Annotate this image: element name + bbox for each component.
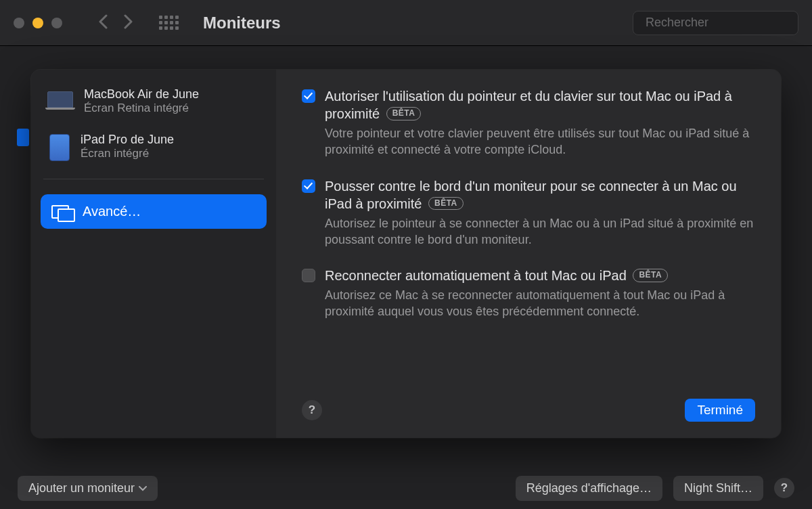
setting-title: Pousser contre le bord d'un moniteur pou… — [325, 177, 755, 213]
add-monitor-label: Ajouter un moniteur — [28, 481, 135, 495]
settings-pane: Autoriser l'utilisation du pointeur et d… — [276, 70, 781, 438]
done-button[interactable]: Terminé — [685, 399, 755, 422]
beta-badge: BÊTA — [428, 197, 464, 211]
tablet-icon — [49, 134, 70, 161]
setting-universal-control: Autoriser l'utilisation du pointeur et d… — [302, 87, 755, 158]
window-controls — [14, 18, 62, 28]
chevron-down-icon — [139, 483, 147, 493]
advanced-settings-modal: MacBook Air de June Écran Retina intégré… — [31, 70, 781, 438]
beta-badge: BÊTA — [633, 269, 668, 282]
advanced-row[interactable]: Avancé… — [41, 194, 267, 229]
laptop-icon — [47, 91, 73, 108]
device-name: MacBook Air de June — [84, 87, 199, 102]
setting-title: Autoriser l'utilisation du pointeur et d… — [325, 87, 755, 123]
display-settings-button[interactable]: Réglages d'affichage… — [516, 476, 662, 501]
device-subtitle: Écran Retina intégré — [84, 102, 199, 115]
checkbox-auto-reconnect[interactable] — [302, 269, 315, 282]
nav-controls — [98, 14, 133, 32]
device-name: iPad Pro de June — [81, 133, 174, 147]
forward-button[interactable] — [124, 14, 133, 32]
modal-help-button[interactable]: ? — [302, 400, 322, 420]
checkbox-allow-pointer[interactable] — [302, 89, 315, 103]
sidebar-divider — [43, 179, 264, 179]
sidebar-selection-indicator — [17, 129, 29, 146]
device-text: iPad Pro de June Écran intégré — [81, 133, 174, 160]
toolbar: Moniteurs — [0, 0, 812, 46]
device-subtitle: Écran intégré — [81, 147, 174, 160]
close-window-button[interactable] — [14, 18, 24, 28]
advanced-label: Avancé… — [83, 204, 141, 219]
back-button[interactable] — [98, 14, 108, 32]
beta-badge: BÊTA — [386, 107, 422, 120]
device-row-ipad[interactable]: iPad Pro de June Écran intégré — [41, 127, 267, 167]
add-monitor-button[interactable]: Ajouter un moniteur — [18, 476, 158, 501]
modal-footer: ? Terminé — [302, 399, 755, 422]
search-input[interactable] — [646, 16, 803, 30]
setting-title: Reconnecter automatiquement à tout Mac o… — [325, 267, 755, 284]
setting-auto-reconnect: Reconnecter automatiquement à tout Mac o… — [302, 267, 755, 320]
night-shift-button[interactable]: Night Shift… — [673, 476, 763, 501]
all-preferences-button[interactable] — [159, 16, 179, 30]
setting-description: Autorisez ce Mac à se reconnecter automa… — [325, 287, 755, 320]
window-title: Moniteurs — [203, 14, 281, 32]
modal-sidebar: MacBook Air de June Écran Retina intégré… — [31, 70, 276, 438]
setting-push-edge: Pousser contre le bord d'un moniteur pou… — [302, 177, 755, 248]
displays-icon — [51, 205, 73, 219]
footer-bar: Ajouter un moniteur Réglages d'affichage… — [0, 467, 812, 509]
search-field[interactable] — [633, 11, 798, 35]
checkbox-push-edge[interactable] — [302, 179, 315, 193]
help-button[interactable]: ? — [774, 478, 794, 498]
setting-description: Autorisez le pointeur à se connecter à u… — [325, 215, 755, 248]
device-text: MacBook Air de June Écran Retina intégré — [84, 87, 199, 115]
device-row-macbook[interactable]: MacBook Air de June Écran Retina intégré — [41, 82, 267, 120]
minimize-window-button[interactable] — [32, 18, 43, 28]
zoom-window-button[interactable] — [51, 18, 62, 28]
setting-description: Votre pointeur et votre clavier peuvent … — [325, 125, 755, 158]
